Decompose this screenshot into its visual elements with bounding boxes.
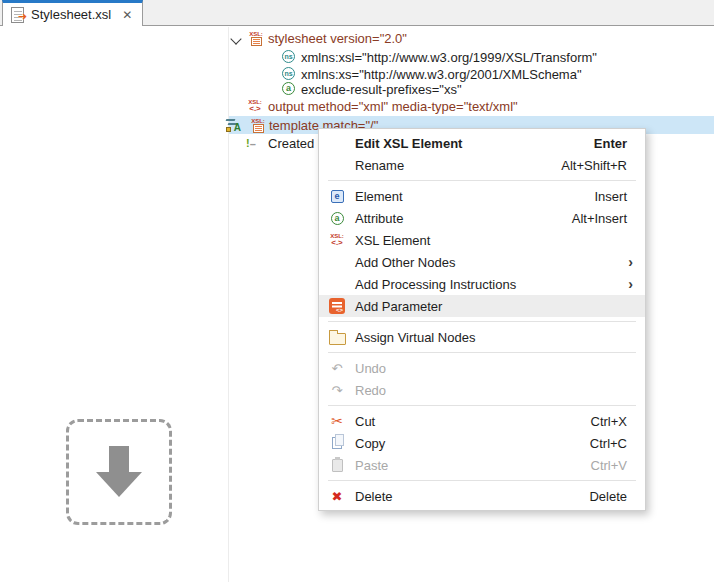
tree-row-exclude-result-prefixes[interactable]: a exclude-result-prefixes="xs" (0, 80, 714, 98)
menu-item-paste[interactable]: Paste Ctrl+V (319, 454, 645, 476)
tree-text: output method="xml" media-type="text/xml… (268, 99, 518, 114)
cut-icon: ✂ (331, 414, 343, 428)
xsl-element-icon: XSL: <.> (330, 233, 344, 247)
submenu-arrow-icon: › (628, 276, 645, 292)
tree-row-stylesheet[interactable]: XSL: stylesheet version="2.0" (0, 29, 714, 47)
menu-item-xsl-element[interactable]: XSL: <.> XSL Element (319, 229, 645, 251)
attribute-icon: a (282, 82, 295, 95)
redo-icon: ↷ (332, 384, 343, 397)
namespace-icon: ns (282, 50, 295, 63)
tree-text: xmlns:xsl="http://www.w3.org/1999/XSL/Tr… (301, 50, 597, 65)
menu-item-attribute[interactable]: a Attribute Alt+Insert (319, 207, 645, 229)
tab-bar: ➜ Stylesheet.xsl ✕ (0, 0, 714, 26)
close-icon[interactable]: ✕ (122, 8, 132, 22)
parameter-icon (329, 298, 345, 314)
menu-item-rename[interactable]: Rename Alt+Shift+R (319, 154, 645, 176)
xsl-file-icon: ➜ (11, 7, 24, 23)
context-menu: Edit XSL Element Enter Rename Alt+Shift+… (318, 128, 646, 511)
menu-separator (328, 180, 636, 181)
menu-item-cut[interactable]: ✂ Cut Ctrl+X (319, 410, 645, 432)
chevron-down-icon[interactable] (230, 33, 241, 44)
paste-icon (332, 459, 343, 472)
arrow-down-icon (96, 446, 142, 497)
submenu-arrow-icon: › (628, 254, 645, 270)
menu-item-add-processing-instructions[interactable]: Add Processing Instructions › (319, 273, 645, 295)
menu-separator (328, 321, 636, 322)
attribute-icon: a (331, 212, 344, 225)
namespace-icon: ns (282, 67, 295, 80)
tree-text: exclude-result-prefixes="xs" (301, 82, 462, 97)
tree-text: stylesheet version="2.0" (268, 31, 407, 46)
copy-icon (332, 437, 342, 449)
tab-title: Stylesheet.xsl (31, 7, 111, 22)
menu-item-element[interactable]: e Element Insert (319, 185, 645, 207)
menu-separator (328, 352, 636, 353)
drop-target-zone[interactable] (66, 419, 172, 525)
import-arrow-icon: ➜ (18, 11, 27, 22)
undo-icon: ↶ (332, 362, 343, 375)
xsl-stylesheet-icon: XSL: (247, 31, 265, 46)
edit-indicator-icon: A (226, 118, 241, 132)
menu-item-assign-virtual-nodes[interactable]: Assign Virtual Nodes (319, 326, 645, 348)
open-folder-icon (329, 333, 346, 345)
menu-item-delete[interactable]: ✖ Delete Delete (319, 485, 645, 507)
menu-item-edit-xsl-element[interactable]: Edit XSL Element Enter (319, 132, 645, 154)
xsl-template-icon: XSL: (249, 118, 267, 133)
tree-text: Created b (268, 136, 325, 151)
menu-item-add-other-nodes[interactable]: Add Other Nodes › (319, 251, 645, 273)
menu-item-copy[interactable]: Copy Ctrl+C (319, 432, 645, 454)
tab-stylesheet[interactable]: ➜ Stylesheet.xsl ✕ (2, 0, 143, 26)
tree-row-xmlns-xsl[interactable]: ns xmlns:xsl="http://www.w3.org/1999/XSL… (0, 48, 714, 66)
tree-row-output[interactable]: XSL: <.> output method="xml" media-type=… (0, 97, 714, 115)
element-icon: e (331, 190, 344, 203)
comment-icon: !-- (246, 138, 255, 149)
menu-item-redo[interactable]: ↷ Redo (319, 379, 645, 401)
xsl-output-icon: XSL: <.> (246, 99, 264, 113)
delete-icon: ✖ (332, 490, 343, 503)
menu-separator (328, 480, 636, 481)
menu-separator (328, 405, 636, 406)
menu-item-undo[interactable]: ↶ Undo (319, 357, 645, 379)
menu-item-add-parameter[interactable]: Add Parameter (319, 295, 645, 317)
